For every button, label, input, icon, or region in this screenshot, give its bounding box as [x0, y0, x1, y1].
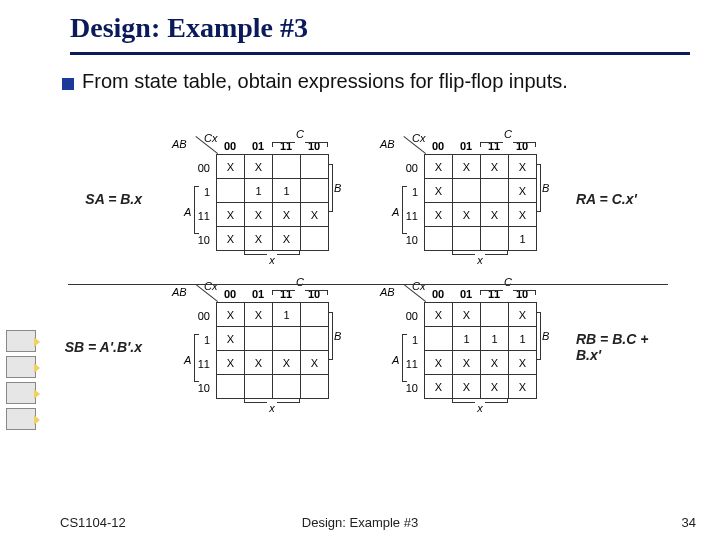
- kmap-cell: [301, 375, 329, 399]
- kmap-cell: [481, 179, 509, 203]
- kmap-cell: 1: [273, 303, 301, 327]
- thumbnail[interactable]: [6, 382, 36, 404]
- kmap-cell: [245, 375, 273, 399]
- kmap-cell: X: [301, 203, 329, 227]
- brace-x: x: [452, 402, 508, 414]
- brace-A: A: [184, 354, 191, 366]
- kmap-cell: X: [509, 303, 537, 327]
- col-header: 00: [216, 288, 244, 300]
- footer-left: CS1104-12: [60, 515, 126, 530]
- kmap-cell: 1: [453, 327, 481, 351]
- kmap-cell: [481, 303, 509, 327]
- brace-A: A: [184, 206, 191, 218]
- kmap-cell: X: [509, 155, 537, 179]
- col-header: 00: [424, 140, 452, 152]
- brace-B: B: [334, 330, 341, 342]
- axis-label-AB: AB: [172, 286, 187, 298]
- col-header: 01: [452, 140, 480, 152]
- kmap-cell: X: [481, 203, 509, 227]
- eq-SB: SB = A'.B'.x: [60, 339, 142, 355]
- kmap-cell: [217, 375, 245, 399]
- row-header: 00: [404, 304, 418, 328]
- row-header: 00: [196, 156, 210, 180]
- kmap-cell: X: [509, 179, 537, 203]
- thumbnail[interactable]: [6, 408, 36, 430]
- kmap-cell: X: [217, 227, 245, 251]
- kmap-cell: X: [245, 155, 273, 179]
- kmap-cell: [217, 179, 245, 203]
- kmap-cell: X: [245, 303, 273, 327]
- thumbnail[interactable]: [6, 356, 36, 378]
- kmap-cell: [301, 327, 329, 351]
- kmap-cell: X: [453, 203, 481, 227]
- kmap-cell: 1: [273, 179, 301, 203]
- brace-x: x: [244, 254, 300, 266]
- kmap-row-1: SA = B.x ABCx000111100011110XX11XXXXXXXC…: [60, 134, 690, 264]
- eq-RB: RB = B.C + B.x': [576, 331, 670, 363]
- kmap-cell: X: [481, 375, 509, 399]
- kmap-cell: [425, 227, 453, 251]
- kmap-cell: X: [481, 351, 509, 375]
- kmap-SA: ABCx000111100011110XX11XXXXXXXCABx: [160, 134, 350, 264]
- kmap-cell: 1: [509, 227, 537, 251]
- title-underline: [70, 52, 690, 55]
- kmap-cell: X: [425, 203, 453, 227]
- kmap-cell: X: [453, 303, 481, 327]
- kmap-cell: X: [425, 179, 453, 203]
- kmap-cell: X: [217, 303, 245, 327]
- kmap-cell: X: [273, 227, 301, 251]
- kmap-cell: [301, 155, 329, 179]
- kmap-cell: X: [425, 375, 453, 399]
- kmap-cell: [301, 179, 329, 203]
- kmap-cell: [273, 327, 301, 351]
- col-header: 01: [244, 140, 272, 152]
- slide-footer: CS1104-12 Design: Example #3 34: [0, 515, 720, 530]
- kmap-cell: 1: [245, 179, 273, 203]
- brace-C: C: [272, 276, 328, 288]
- kmap-cell: X: [453, 375, 481, 399]
- kmap-cell: X: [217, 155, 245, 179]
- footer-center: Design: Example #3: [302, 515, 418, 530]
- brace-C: C: [480, 276, 536, 288]
- kmap-cell: X: [273, 351, 301, 375]
- kmap-cell: X: [481, 155, 509, 179]
- kmap-cell: [453, 227, 481, 251]
- kmap-cell: 1: [481, 327, 509, 351]
- brace-B: B: [542, 330, 549, 342]
- kmap-cell: X: [217, 327, 245, 351]
- kmap-cell: X: [301, 351, 329, 375]
- kmap-cell: X: [425, 303, 453, 327]
- kmap-cell: X: [509, 351, 537, 375]
- kmap-cell: X: [509, 375, 537, 399]
- kmap-cell: [273, 155, 301, 179]
- axis-label-AB: AB: [172, 138, 187, 150]
- axis-label-AB: AB: [380, 286, 395, 298]
- kmap-cell: 1: [509, 327, 537, 351]
- col-header: 01: [244, 288, 272, 300]
- kmap-cell: [453, 179, 481, 203]
- kmap-row-2: SB = A'.B'.x ABCx000111100011110XX1XXXXX…: [60, 282, 690, 412]
- kmap-cell: X: [425, 155, 453, 179]
- col-header: 01: [452, 288, 480, 300]
- row-header: 00: [404, 156, 418, 180]
- kmap-cell: [425, 327, 453, 351]
- kmap-cell: X: [245, 351, 273, 375]
- brace-x: x: [452, 254, 508, 266]
- brace-A: A: [392, 354, 399, 366]
- kmap-cell: X: [509, 203, 537, 227]
- section-divider: [68, 284, 668, 285]
- eq-SA: SA = B.x: [60, 191, 142, 207]
- kmap-cell: X: [245, 203, 273, 227]
- kmap-RB: ABCx000111100011110XXX111XXXXXXXXCABx: [368, 282, 558, 412]
- kmap-RA: ABCx000111100011110XXXXXXXXXX1CABx: [368, 134, 558, 264]
- thumbnail[interactable]: [6, 330, 36, 352]
- brace-A: A: [392, 206, 399, 218]
- kmap-area: SA = B.x ABCx000111100011110XX11XXXXXXXC…: [60, 134, 690, 430]
- col-header: 00: [216, 140, 244, 152]
- kmap-cell: [301, 227, 329, 251]
- axis-label-AB: AB: [380, 138, 395, 150]
- kmap-cell: X: [425, 351, 453, 375]
- bullet-icon: [62, 78, 74, 90]
- kmap-cell: [301, 303, 329, 327]
- col-header: 00: [424, 288, 452, 300]
